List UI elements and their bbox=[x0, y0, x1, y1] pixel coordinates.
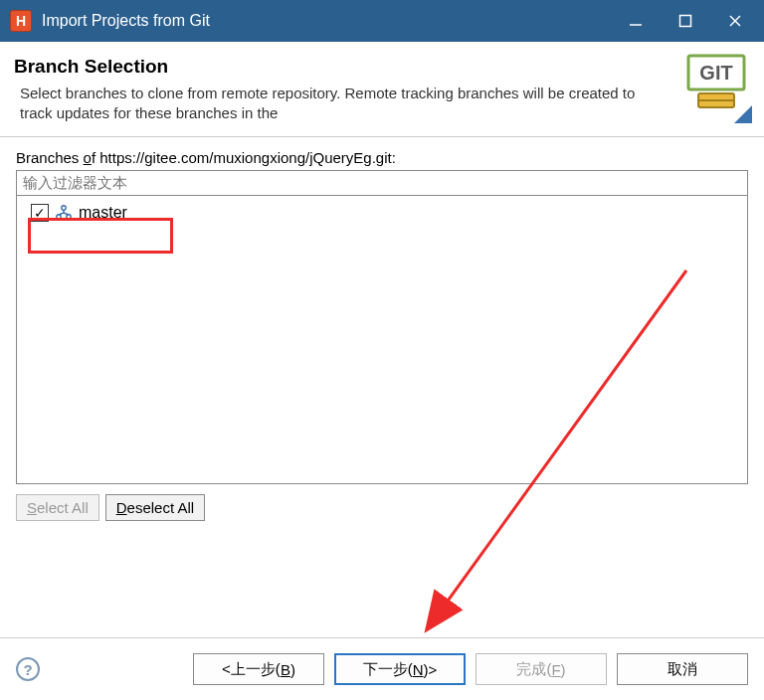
back-button[interactable]: <上一步(B) bbox=[193, 653, 324, 685]
close-button[interactable] bbox=[710, 0, 760, 42]
branches-label: Branches of https://gitee.com/muxiongxio… bbox=[16, 149, 748, 166]
svg-point-11 bbox=[67, 214, 71, 218]
git-banner-icon: GIT bbox=[668, 50, 758, 129]
finish-button: 完成(F) bbox=[476, 653, 607, 685]
help-button[interactable]: ? bbox=[16, 657, 40, 681]
svg-point-10 bbox=[57, 214, 61, 218]
svg-marker-8 bbox=[734, 105, 752, 123]
wizard-footer: ? <上一步(B) 下一步(N)> 完成(F) 取消 bbox=[0, 638, 764, 700]
select-all-button[interactable]: Select All bbox=[16, 494, 99, 521]
branch-icon bbox=[55, 204, 73, 222]
branch-checkbox[interactable]: ✓ bbox=[31, 204, 49, 222]
cancel-button[interactable]: 取消 bbox=[617, 653, 748, 685]
page-description: Select branches to clone from remote rep… bbox=[14, 84, 655, 124]
deselect-all-button[interactable]: Deselect All bbox=[105, 494, 205, 521]
next-button[interactable]: 下一步(N)> bbox=[334, 653, 466, 685]
branch-row[interactable]: ✓ master bbox=[27, 202, 131, 224]
page-title: Branch Selection bbox=[14, 56, 655, 78]
svg-text:GIT: GIT bbox=[699, 62, 732, 84]
maximize-button[interactable] bbox=[661, 0, 710, 42]
svg-point-9 bbox=[62, 205, 66, 209]
branch-filter-input[interactable] bbox=[16, 170, 748, 196]
minimize-button[interactable] bbox=[611, 0, 661, 42]
branch-list[interactable]: ✓ master bbox=[16, 196, 748, 484]
branch-name: master bbox=[79, 204, 127, 222]
app-icon: H bbox=[10, 10, 32, 32]
wizard-header: Branch Selection Select branches to clon… bbox=[0, 42, 764, 137]
window-titlebar: H Import Projects from Git bbox=[0, 0, 764, 42]
window-title: Import Projects from Git bbox=[42, 12, 210, 30]
svg-rect-1 bbox=[680, 16, 691, 27]
